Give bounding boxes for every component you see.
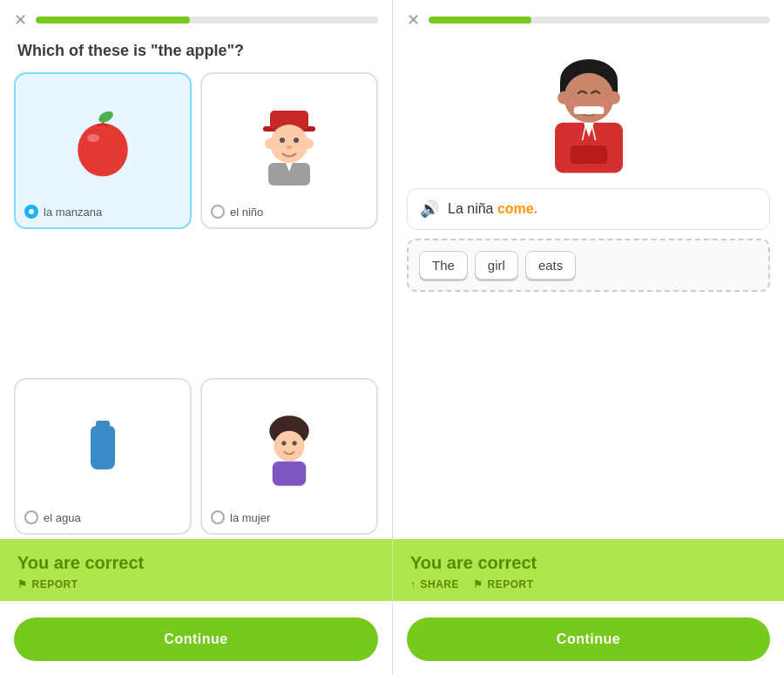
svg-point-26 xyxy=(569,98,579,108)
word-chip-girl[interactable]: girl xyxy=(475,251,518,280)
svg-point-16 xyxy=(281,441,286,445)
water-bottle xyxy=(91,426,115,469)
header-bar-right: ✕ xyxy=(393,0,784,35)
card-label-nino: el niño xyxy=(211,205,368,219)
svg-rect-25 xyxy=(573,106,604,114)
svg-point-27 xyxy=(598,98,608,108)
radio-nino xyxy=(211,205,225,219)
header-bar-left: ✕ xyxy=(0,0,392,35)
card-manzana[interactable]: la manzana xyxy=(14,72,192,229)
svg-point-9 xyxy=(280,138,285,143)
correct-banner-left: You are correct ⚑ REPORT xyxy=(0,539,392,601)
card-label-agua: el agua xyxy=(24,510,181,524)
boy-svg xyxy=(254,98,324,186)
share-button-right[interactable]: ↑ SHARE xyxy=(410,578,459,591)
svg-point-11 xyxy=(287,145,292,149)
banner-actions-right: ↑ SHARE ⚑ REPORT xyxy=(410,578,767,591)
report-button-left[interactable]: ⚑ REPORT xyxy=(17,578,78,591)
radio-manzana xyxy=(24,205,38,219)
card-mujer[interactable]: la mujer xyxy=(200,378,378,535)
speaker-icon[interactable]: 🔊 xyxy=(420,199,439,219)
word-chip-eats[interactable]: eats xyxy=(525,251,576,280)
correct-banner-right: You are correct ↑ SHARE ⚑ REPORT xyxy=(393,539,784,601)
svg-point-24 xyxy=(607,91,620,105)
woman-image xyxy=(211,392,368,503)
radio-mujer xyxy=(211,510,225,524)
correct-title-left: You are correct xyxy=(17,553,375,573)
boy-image xyxy=(211,86,368,198)
svg-point-2 xyxy=(78,123,128,176)
continue-button-right[interactable]: Continue xyxy=(407,618,770,661)
question-text-left: Which of these is "the apple"? xyxy=(0,35,392,72)
report-button-right[interactable]: ⚑ REPORT xyxy=(473,578,534,591)
character-svg xyxy=(537,49,641,179)
word-bank-area[interactable]: The girl eats xyxy=(407,239,770,292)
sentence-bubble: 🔊 La niña come. xyxy=(407,188,770,230)
progress-bar-fill-right xyxy=(429,17,531,24)
apple-svg xyxy=(64,103,142,181)
sentence-text: La niña come. xyxy=(448,201,537,217)
radio-agua xyxy=(24,510,38,524)
card-label-manzana: la manzana xyxy=(24,205,181,219)
svg-point-7 xyxy=(265,138,275,149)
woman-svg xyxy=(259,408,320,487)
word-chip-the[interactable]: The xyxy=(419,251,468,280)
report-icon-right: ⚑ xyxy=(473,578,483,591)
svg-point-3 xyxy=(87,134,99,142)
apple-image xyxy=(24,86,181,198)
correct-title-right: You are correct xyxy=(410,553,767,573)
card-label-mujer: la mujer xyxy=(211,510,368,524)
progress-bar-bg-right xyxy=(429,17,770,24)
close-icon-right[interactable]: ✕ xyxy=(407,12,420,28)
report-icon-left: ⚑ xyxy=(17,578,28,591)
svg-point-23 xyxy=(558,91,571,105)
sentence-highlight: come. xyxy=(497,201,537,216)
close-icon-left[interactable]: ✕ xyxy=(14,12,27,28)
card-agua[interactable]: el agua xyxy=(14,378,192,535)
water-image xyxy=(24,392,181,503)
svg-rect-30 xyxy=(571,145,607,164)
svg-rect-18 xyxy=(273,462,307,486)
svg-point-8 xyxy=(303,138,314,149)
progress-bar-fill-left xyxy=(36,17,190,24)
character-area xyxy=(393,35,784,188)
svg-point-17 xyxy=(293,441,297,445)
continue-button-left[interactable]: Continue xyxy=(14,618,378,661)
svg-point-0 xyxy=(97,109,115,125)
banner-actions-left: ⚑ REPORT xyxy=(17,578,375,591)
svg-point-15 xyxy=(274,431,305,462)
panel-right: ✕ xyxy=(392,0,784,675)
water-bottle-area xyxy=(68,413,138,483)
panel-left: ✕ Which of these is "the apple"? xyxy=(0,0,392,675)
progress-bar-bg-left xyxy=(36,17,378,24)
share-icon: ↑ xyxy=(410,578,416,591)
card-nino[interactable]: el niño xyxy=(200,72,378,229)
svg-point-10 xyxy=(294,138,299,143)
